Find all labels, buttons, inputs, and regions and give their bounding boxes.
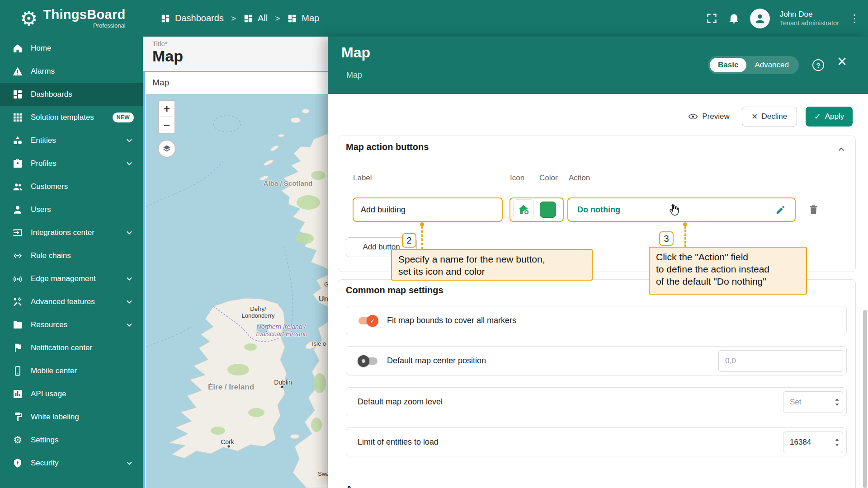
home-icon [12,43,23,54]
sidebar-item-alarms[interactable]: Alarms [0,60,143,83]
resources-icon [12,319,23,330]
sidebar-nav: HomeAlarmsDashboardsSolution templatesNE… [0,37,143,488]
sidebar-item-dashboards[interactable]: Dashboards [0,83,143,106]
divider [338,166,855,166]
sidebar-item-customers[interactable]: Customers [0,175,143,198]
api-icon [12,389,23,399]
sidebar-item-edge-management[interactable]: Edge management [0,267,143,290]
edit-pencil-icon[interactable] [775,205,786,215]
map-zoom-control: + − [158,100,175,134]
sidebar-item-users[interactable]: Users [0,198,143,221]
toggle-check-icon: ✓ [367,315,378,327]
chevron-down-icon [124,158,135,169]
button-color-picker[interactable] [540,202,556,218]
callout-2-box: Specify a name for the new button, set i… [391,249,593,281]
title-field-input[interactable]: Map [152,47,183,65]
breadcrumb-separator: > [275,14,280,23]
decline-x-icon: × [752,112,758,122]
users-icon [12,204,23,215]
rule-chains-icon [12,250,23,261]
tab-basic[interactable]: Basic [710,58,746,72]
sidebar-item-integrations-center[interactable]: Integrations center [0,221,143,244]
collapse-chevron-up-icon[interactable] [835,143,847,155]
sidebar-item-label: Entities [31,136,56,145]
fullscreen-icon[interactable] [706,12,718,24]
callout-3-line-2: to define the action instead [656,263,800,275]
breadcrumb-item-dashboards[interactable]: Dashboards [160,13,224,23]
sidebar-item-security[interactable]: Security [0,451,143,474]
sidebar-item-label: Resources [31,320,67,329]
help-button[interactable]: ? [812,59,824,71]
avatar[interactable] [750,9,770,28]
breadcrumb-item-all[interactable]: All [243,13,268,23]
close-icon[interactable]: × [837,53,847,70]
map-center-input[interactable] [718,350,843,372]
user-info: John Doe Tenant administrator [780,9,839,27]
sidebar-item-white-labeling[interactable]: White labeling [0,405,143,428]
map-container[interactable]: Alba / Scotland G Uni Derry/ Londonderry… [146,94,328,488]
callout-2-line-1: Specify a name for the new button, [398,253,585,265]
button-icon-picker[interactable] [513,199,534,220]
sidebar-item-home[interactable]: Home [0,37,143,60]
profiles-icon [12,158,23,169]
sidebar-item-advanced-features[interactable]: Advanced features [0,290,143,313]
chevron-down-icon [124,273,135,284]
breadcrumb-separator: > [231,14,236,23]
notifications-bell-icon[interactable] [728,12,740,24]
number-spinner-icon[interactable] [835,438,840,447]
decline-button[interactable]: × Decline [742,107,797,127]
sidebar-item-label: Mobile center [31,366,77,375]
dialog-title: Map [341,44,370,61]
apps-icon [12,112,23,123]
button-label-input[interactable] [353,197,503,222]
thingsboard-app: ⚙ ThingsBoard Professional Dashboards>Al… [0,0,868,488]
tab-advanced[interactable]: Advanced [746,58,797,72]
sidebar-item-label: Settings [31,436,58,445]
widget-header-title: Map [152,78,169,88]
logo[interactable]: ⚙ ThingsBoard Professional [20,0,126,37]
map-center-toggle[interactable] [358,355,378,367]
top-header: ⚙ ThingsBoard Professional Dashboards>Al… [0,0,868,37]
callout-3-connector [684,226,686,247]
callout-3-box: Click the "Action" field to define the a… [649,247,807,295]
sidebar-item-api-usage[interactable]: API usage [0,382,143,405]
sidebar-item-solution-templates[interactable]: Solution templatesNEW [0,106,143,129]
sidebar-item-mobile-center[interactable]: Mobile center [0,359,143,382]
map-layers-button[interactable] [158,140,176,158]
sidebar-item-settings[interactable]: ⚙Settings [0,428,143,451]
sidebar-item-entities[interactable]: Entities [0,129,143,152]
breadcrumb-label: Map [302,13,319,23]
sidebar-item-label: Advanced features [31,297,95,306]
sidebar-item-label: Edge management [31,274,96,283]
sidebar-item-notification-center[interactable]: Notification center [0,336,143,359]
callout-3-line-3: of the default "Do nothing" [656,275,800,287]
brand-edition: Professional [43,22,125,29]
widget-selection-border-top [143,71,328,72]
setting-label: Limit of entities to load [358,437,439,447]
widget-title-strip: Title* Map [143,37,328,71]
setting-label: Default map center position [387,356,486,366]
column-header-action: Action [569,174,590,183]
sidebar-item-rule-chains[interactable]: Rule chains [0,244,143,267]
preview-button[interactable]: Preview [684,107,734,127]
sidebar-item-profiles[interactable]: Profiles [0,152,143,175]
zoom-out-button[interactable]: − [159,117,175,133]
sidebar-item-resources[interactable]: Resources [0,313,143,336]
breadcrumb: Dashboards>All>Map [160,0,319,37]
zoom-in-button[interactable]: + [159,101,175,117]
more-menu-icon[interactable]: ⋮ [849,12,860,25]
fit-bounds-toggle[interactable]: ✓ [358,315,378,327]
dashboards-icon [243,14,253,23]
section-title-map-action-buttons: Map action buttons [346,142,429,152]
sidebar-item-label: White labeling [31,413,79,422]
apply-button[interactable]: ✓ Apply [806,107,853,127]
action-field[interactable]: Do nothing [567,197,796,222]
callout-2-line-2: set its icon and color [398,265,585,277]
number-spinner-icon[interactable] [835,398,840,407]
breadcrumb-item-map[interactable]: Map [287,13,319,23]
layers-icon [162,144,172,154]
settings-icon: ⚙ [12,435,23,446]
dialog-scrollbar[interactable] [863,310,867,488]
callout-3-step-badge: 3 [659,231,674,246]
delete-row-trash-icon[interactable] [807,203,820,216]
